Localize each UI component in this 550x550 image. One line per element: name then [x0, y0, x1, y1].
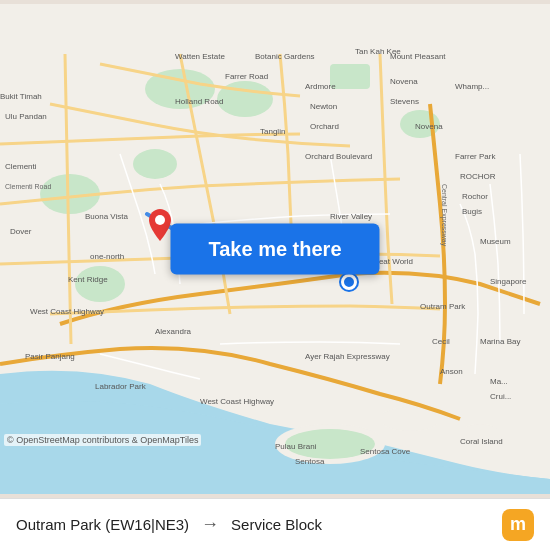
footer: Outram Park (EW16|NE3) → Service Block m: [0, 498, 550, 550]
moovit-logo: m: [502, 509, 534, 541]
svg-text:Clementi: Clementi: [5, 162, 37, 171]
svg-point-7: [75, 266, 125, 302]
svg-text:Holland Road: Holland Road: [175, 97, 223, 106]
map-attribution: © OpenStreetMap contributors & OpenMapTi…: [4, 434, 201, 446]
svg-text:Pulau Brani: Pulau Brani: [275, 442, 317, 451]
svg-text:Crui...: Crui...: [490, 392, 511, 401]
svg-text:Central Expressway: Central Expressway: [440, 184, 448, 247]
svg-text:Ayer Rajah Expressway: Ayer Rajah Expressway: [305, 352, 390, 361]
svg-text:Rochor: Rochor: [462, 192, 488, 201]
svg-text:Clementi Road: Clementi Road: [5, 183, 51, 190]
svg-text:Botanic Gardens: Botanic Gardens: [255, 52, 315, 61]
svg-text:Orchard: Orchard: [310, 122, 339, 131]
svg-text:Outram Park: Outram Park: [420, 302, 466, 311]
svg-text:Tanglin: Tanglin: [260, 127, 285, 136]
footer-origin: Outram Park (EW16|NE3): [16, 516, 189, 533]
svg-text:Stevens: Stevens: [390, 97, 419, 106]
svg-text:Alexandra: Alexandra: [155, 327, 192, 336]
svg-text:West Coast Highway: West Coast Highway: [200, 397, 274, 406]
svg-text:Ardmore: Ardmore: [305, 82, 336, 91]
moovit-icon: m: [502, 509, 534, 541]
svg-text:West Coast Highway: West Coast Highway: [30, 307, 104, 316]
svg-text:one-north: one-north: [90, 252, 124, 261]
svg-text:Tan Kah Kee: Tan Kah Kee: [355, 47, 401, 56]
svg-text:River Valley: River Valley: [330, 212, 372, 221]
svg-text:Novena: Novena: [390, 77, 418, 86]
svg-text:Bugis: Bugis: [462, 207, 482, 216]
svg-text:Ma...: Ma...: [490, 377, 508, 386]
svg-text:Whamp...: Whamp...: [455, 82, 489, 91]
origin-marker: [149, 209, 171, 241]
app: Ulu Pandan Clementi Clementi Road Dover …: [0, 0, 550, 550]
svg-text:Orchard Boulevard: Orchard Boulevard: [305, 152, 372, 161]
svg-text:Anson: Anson: [440, 367, 463, 376]
svg-text:Bukit Timah: Bukit Timah: [0, 92, 42, 101]
svg-text:Dover: Dover: [10, 227, 32, 236]
svg-text:Marina Bay: Marina Bay: [480, 337, 520, 346]
svg-text:Farrer Park: Farrer Park: [455, 152, 496, 161]
svg-text:Novena: Novena: [415, 122, 443, 131]
svg-point-60: [155, 215, 165, 225]
svg-rect-4: [330, 64, 370, 89]
svg-text:Sentosa: Sentosa: [295, 457, 325, 466]
svg-text:Singapore: Singapore: [490, 277, 527, 286]
svg-text:Watten Estate: Watten Estate: [175, 52, 226, 61]
svg-text:Sentosa Cove: Sentosa Cove: [360, 447, 411, 456]
map-container: Ulu Pandan Clementi Clementi Road Dover …: [0, 0, 550, 498]
svg-text:Farrer Road: Farrer Road: [225, 72, 268, 81]
svg-text:Labrador Park: Labrador Park: [95, 382, 147, 391]
footer-destination: Service Block: [231, 516, 322, 533]
svg-text:Coral Island: Coral Island: [460, 437, 503, 446]
svg-text:ROCHOR: ROCHOR: [460, 172, 496, 181]
destination-marker: [341, 274, 357, 290]
svg-point-3: [133, 149, 177, 179]
svg-text:Newton: Newton: [310, 102, 337, 111]
svg-text:Kent Ridge: Kent Ridge: [68, 275, 108, 284]
svg-text:Pasir Panjang: Pasir Panjang: [25, 352, 75, 361]
svg-text:Buona Vista: Buona Vista: [85, 212, 129, 221]
take-me-there-button[interactable]: Take me there: [170, 224, 379, 275]
footer-arrow: →: [201, 514, 219, 535]
svg-text:Ulu Pandan: Ulu Pandan: [5, 112, 47, 121]
svg-text:Museum: Museum: [480, 237, 511, 246]
svg-text:Cecil: Cecil: [432, 337, 450, 346]
